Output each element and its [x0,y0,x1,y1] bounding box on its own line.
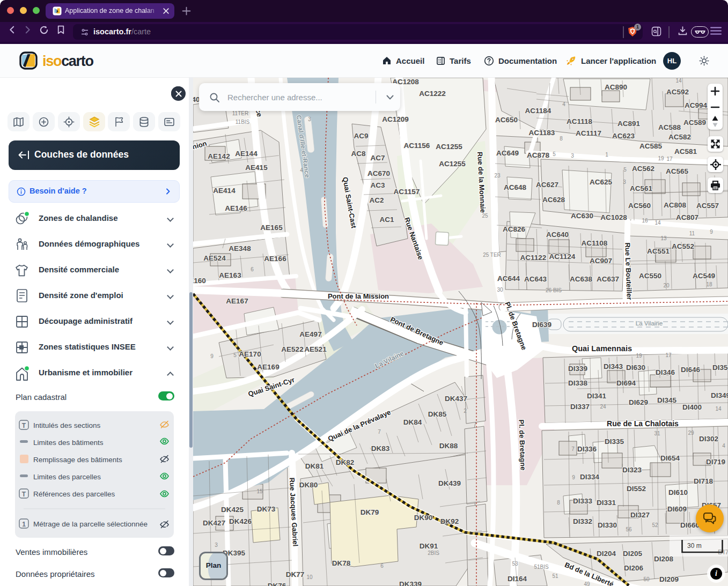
svg-text:18: 18 [706,281,712,287]
svg-text:DK427: DK427 [203,519,225,527]
svg-text:AE166: AE166 [264,255,286,263]
svg-text:DI341: DI341 [587,392,607,400]
svg-text:15: 15 [256,488,263,494]
svg-text:4: 4 [562,101,565,107]
svg-text:49: 49 [584,581,590,586]
svg-text:6: 6 [380,563,384,569]
svg-text:DK437: DK437 [445,395,467,403]
svg-text:23: 23 [494,173,501,179]
svg-text:AC623: AC623 [612,132,635,140]
svg-text:DI343: DI343 [604,362,623,370]
svg-text:AC552: AC552 [672,242,694,250]
svg-text:AC826: AC826 [503,225,526,233]
svg-text:14: 14 [655,220,661,226]
svg-text:DI694: DI694 [616,379,636,387]
svg-text:DI400: DI400 [682,403,702,411]
svg-text:DI339: DI339 [568,365,587,373]
svg-text:50: 50 [643,576,650,582]
svg-text:AE521: AE521 [304,345,327,353]
svg-text:31: 31 [654,431,660,436]
svg-text:29: 29 [688,430,694,436]
svg-text:DI204: DI204 [597,550,616,558]
svg-text:AC649: AC649 [496,149,519,157]
svg-text:5: 5 [623,167,627,173]
svg-text:AC638: AC638 [570,275,593,283]
svg-text:AC1222: AC1222 [419,90,446,98]
svg-text:DK82: DK82 [336,458,355,466]
svg-text:AE497: AE497 [299,330,321,338]
svg-text:AC1122: AC1122 [520,254,547,262]
svg-text:DK92: DK92 [440,517,459,525]
svg-text:AC589: AC589 [683,118,706,127]
svg-text:AC627: AC627 [536,181,558,189]
svg-text:16: 16 [642,218,648,224]
svg-text:AC549: AC549 [693,272,715,280]
svg-text:AC890: AC890 [605,83,627,91]
svg-text:DI209: DI209 [659,575,679,583]
svg-text:30: 30 [497,287,503,293]
svg-text:10: 10 [306,574,313,580]
svg-text:DI350: DI350 [712,364,728,372]
svg-text:19: 19 [658,155,664,161]
svg-text:DK426: DK426 [229,517,252,525]
svg-text:DK88: DK88 [439,442,458,450]
svg-text:11TER: 11TER [232,110,248,116]
svg-text:Limites des parcelles: Limites des parcelles [33,473,101,481]
svg-text:AC9: AC9 [354,132,368,140]
svg-text:1: 1 [605,152,608,158]
svg-text:AC582: AC582 [668,133,691,141]
svg-text:5: 5 [233,352,237,358]
svg-text:DI206: DI206 [624,564,644,572]
svg-text:25 TER: 25 TER [483,252,501,258]
svg-text:Pont de la Mission: Pont de la Mission [328,292,389,300]
svg-text:AC878: AC878 [527,151,550,159]
svg-text:AC648: AC648 [504,183,527,191]
svg-text:3: 3 [215,542,218,548]
svg-text:11BIS: 11BIS [236,119,250,125]
svg-text:3: 3 [571,153,574,159]
svg-text:DI639: DI639 [532,321,551,329]
svg-text:AC592: AC592 [666,88,689,96]
svg-text:AC630: AC630 [571,212,593,220]
svg-text:AC1183: AC1183 [529,129,555,137]
svg-text:DI302: DI302 [699,435,718,443]
svg-text:DI349: DI349 [711,391,728,399]
svg-text:AC1209: AC1209 [382,115,409,123]
svg-text:AC1028: AC1028 [600,213,627,221]
svg-text:AC807: AC807 [676,213,698,221]
svg-text:5: 5 [553,151,556,157]
svg-text:T: T [22,491,26,498]
svg-text:AC650: AC650 [495,116,518,124]
svg-text:DK81: DK81 [305,462,324,470]
svg-text:AC1124: AC1124 [549,253,576,261]
svg-text:DI646: DI646 [681,366,701,374]
svg-text:AC1: AC1 [379,216,394,224]
svg-text:AC585: AC585 [639,142,663,150]
svg-text:25: 25 [482,213,488,219]
svg-text:AE142: AE142 [208,152,230,160]
svg-text:AC994: AC994 [685,101,708,109]
svg-text:AC561: AC561 [630,184,653,192]
svg-text:3: 3 [308,116,311,122]
svg-text:DK73: DK73 [257,505,276,513]
svg-text:DI334: DI334 [580,473,600,481]
svg-text:AC562: AC562 [632,165,655,173]
svg-text:DI346: DI346 [656,368,675,376]
svg-text:Intitulés des sections: Intitulés des sections [33,421,101,429]
svg-text:DI335: DI335 [605,437,624,446]
svg-text:14: 14 [675,78,682,84]
svg-text:AC7: AC7 [370,154,385,162]
svg-text:DI205: DI205 [623,550,643,558]
svg-text:DI338: DI338 [568,379,588,387]
svg-text:DI323: DI323 [622,466,642,474]
svg-text:AC551: AC551 [647,247,670,255]
svg-text:14: 14 [715,406,722,412]
svg-text:13: 13 [660,235,667,241]
svg-text:AC808: AC808 [664,201,687,209]
svg-text:9: 9 [572,474,575,480]
svg-text:DI337: DI337 [570,403,590,411]
svg-text:DK425: DK425 [221,506,244,514]
svg-text:AE163: AE163 [219,271,241,279]
svg-text:9: 9 [210,353,214,359]
svg-text:3: 3 [623,179,626,185]
